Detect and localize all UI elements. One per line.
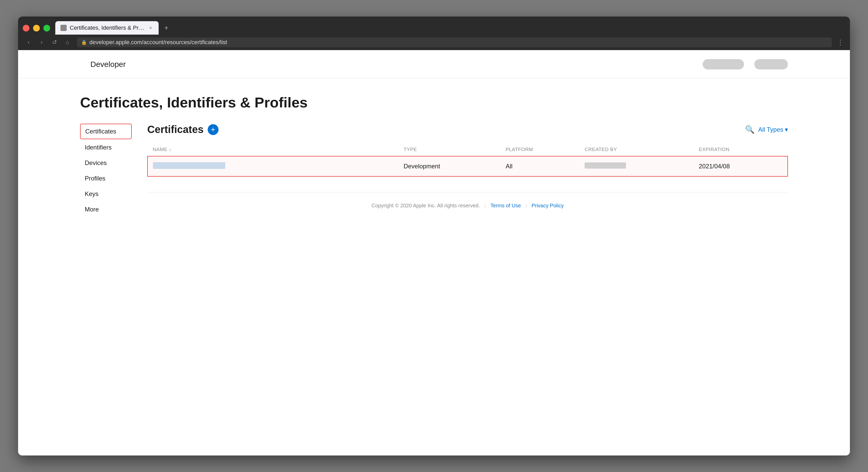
window-controls [23,25,50,35]
page-content: Developer Certificates, Identifiers & Pr… [18,50,850,455]
col-expiration: EXPIRATION [699,143,788,156]
address-field[interactable]: 🔒 developer.apple.com/account/resources/… [77,37,832,47]
tab-favicon [60,25,67,31]
table-header-row: NAME ↓ TYPE PLATFORM CREATED BY EXPIRATI… [148,143,788,156]
section-title: Certificates [147,124,204,135]
browser-window: Certificates, Identifiers & Profile… × +… [18,17,850,455]
footer-divider-2: | [526,204,527,208]
browser-menu-button[interactable]: ⋮ [837,38,844,46]
nav-pill-1 [703,59,744,69]
section-title-group: Certificates + [147,124,219,135]
filter-group: 🔍 All Types ▾ [745,125,788,134]
sidebar: Certificates Identifiers Devices Profile… [80,124,137,440]
col-type: TYPE [404,143,505,156]
col-created-by: CREATED BY [585,143,699,156]
address-bar-row: ‹ › ↺ ⌂ 🔒 developer.apple.com/account/re… [18,35,850,50]
cell-expiration: 2021/04/08 [699,156,788,176]
page-footer: Copyright © 2020 Apple Inc. All rights r… [147,192,788,219]
copyright-text: Copyright © 2020 Apple Inc. All rights r… [371,203,480,208]
cell-created-by [585,156,699,176]
table-row[interactable]: Development All 2021/04/08 [148,156,788,176]
tab-title: Certificates, Identifiers & Profile… [70,25,145,31]
reload-button[interactable]: ↺ [50,38,59,47]
all-types-filter[interactable]: All Types ▾ [758,126,788,133]
footer-divider-1: | [485,204,486,208]
cell-name [148,156,404,176]
brand-text: Developer [90,60,126,69]
sidebar-item-profiles[interactable]: Profiles [80,171,132,186]
privacy-policy-link[interactable]: Privacy Policy [531,203,563,208]
back-button[interactable]: ‹ [24,38,33,47]
top-nav: Developer [18,50,850,78]
nav-pill-2 [754,59,788,69]
home-button[interactable]: ⌂ [63,38,72,47]
sidebar-item-more[interactable]: More [80,202,132,217]
content-layout: Certificates Identifiers Devices Profile… [80,124,788,440]
tab-bar: Certificates, Identifiers & Profile… × + [18,17,850,35]
sidebar-item-keys[interactable]: Keys [80,187,132,201]
minimize-control[interactable] [33,25,40,32]
browser-chrome: Certificates, Identifiers & Profile… × +… [18,17,850,50]
terms-of-use-link[interactable]: Terms of Use [491,203,521,208]
url-text: developer.apple.com/account/resources/ce… [89,39,227,46]
maximize-control[interactable] [43,25,50,32]
tab-close-button[interactable]: × [148,25,153,31]
col-platform: PLATFORM [505,143,585,156]
search-icon[interactable]: 🔍 [745,125,754,134]
new-tab-button[interactable]: + [161,24,172,35]
forward-button[interactable]: › [37,38,46,47]
name-placeholder [153,162,225,169]
main-area: Certificates, Identifiers & Profiles Cer… [18,78,850,455]
col-name: NAME ↓ [148,143,404,156]
cell-type: Development [404,156,505,176]
section-header: Certificates + 🔍 All Types ▾ [147,124,788,135]
certificates-table: NAME ↓ TYPE PLATFORM CREATED BY EXPIRATI… [147,143,788,177]
main-content: Certificates + 🔍 All Types ▾ [137,124,788,440]
close-control[interactable] [23,25,29,32]
sidebar-item-devices[interactable]: Devices [80,156,132,170]
add-certificate-button[interactable]: + [208,124,219,135]
nav-buttons: ‹ › ↺ ⌂ [24,38,72,47]
active-tab[interactable]: Certificates, Identifiers & Profile… × [55,21,159,35]
created-placeholder [585,162,626,168]
sidebar-item-certificates[interactable]: Certificates [80,124,132,139]
cell-platform: All [505,156,585,176]
sidebar-item-identifiers[interactable]: Identifiers [80,140,132,155]
page-title: Certificates, Identifiers & Profiles [80,94,788,111]
lock-icon: 🔒 [81,39,87,45]
